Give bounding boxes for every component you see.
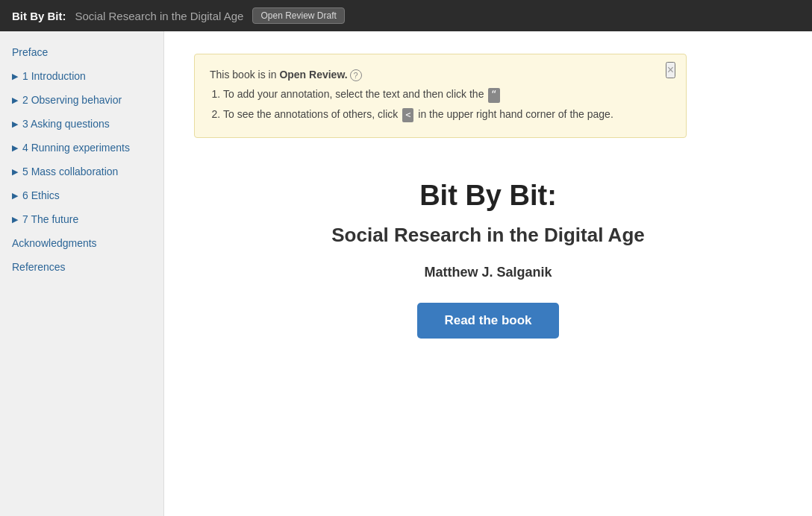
sidebar-item-label: 3 Asking questions	[22, 118, 110, 130]
sidebar-item-label: 4 Running experiments	[22, 142, 130, 154]
book-title-area: Bit By Bit: Social Research in the Digit…	[194, 165, 782, 361]
sidebar-item-label: Acknowledgments	[12, 237, 97, 249]
book-title-main: Bit By Bit:	[194, 180, 782, 212]
notice-instructions: To add your annotation, select the text …	[223, 86, 671, 122]
sidebar-item-ch4[interactable]: ▶4 Running experiments	[0, 136, 163, 160]
notice-step2-text: To see the annotations of others, click	[223, 108, 398, 120]
annotation-icon: “	[488, 88, 499, 102]
notice-step1-text: To add your annotation, select the text …	[223, 88, 484, 100]
notice-close-button[interactable]: ×	[666, 62, 675, 78]
notice-step1: To add your annotation, select the text …	[223, 86, 671, 102]
notice-open-review-bold: Open Review.	[279, 69, 347, 81]
chevron-icon: ▶	[12, 215, 18, 224]
notice-step2-rest: in the upper right hand corner of the pa…	[418, 108, 613, 120]
sidebar: Preface▶1 Introduction▶2 Observing behav…	[0, 31, 164, 516]
sidebar-item-label: 6 Ethics	[22, 189, 60, 201]
chevron-icon: ▶	[12, 191, 18, 201]
read-the-book-button[interactable]: Read the book	[417, 303, 558, 339]
open-review-button[interactable]: Open Review Draft	[252, 7, 344, 24]
chevron-icon: ▶	[12, 95, 18, 105]
topbar-title-bold: Bit By Bit:	[12, 10, 66, 22]
sidebar-item-ch1[interactable]: ▶1 Introduction	[0, 64, 163, 88]
sidebar-item-preface[interactable]: Preface	[0, 40, 163, 64]
sidebar-item-label: Preface	[12, 46, 48, 58]
main-content: × This book is in Open Review.? To add y…	[164, 31, 812, 516]
notice-step2: To see the annotations of others, click …	[223, 106, 671, 122]
sidebar-item-label: References	[12, 261, 66, 273]
notice-help-icon[interactable]: ?	[350, 69, 362, 81]
sidebar-item-label: 1 Introduction	[22, 70, 86, 82]
sidebar-item-ch3[interactable]: ▶3 Asking questions	[0, 112, 163, 136]
notice-text-line1: This book is in Open Review.?	[210, 66, 671, 83]
chevron-icon: ▶	[12, 167, 18, 177]
sidebar-item-ch2[interactable]: ▶2 Observing behavior	[0, 88, 163, 112]
book-author: Matthew J. Salganik	[194, 265, 782, 280]
notice-intro: This book is in	[210, 69, 279, 81]
sidebar-item-ch7[interactable]: ▶7 The future	[0, 207, 163, 231]
sidebar-item-label: 5 Mass collaboration	[22, 166, 118, 177]
sidebar-item-ack[interactable]: Acknowledgments	[0, 231, 163, 255]
chevron-icon: ▶	[12, 72, 18, 81]
open-review-notice: × This book is in Open Review.? To add y…	[194, 54, 687, 138]
sidebar-item-refs[interactable]: References	[0, 255, 163, 279]
sidebar-item-label: 7 The future	[22, 213, 78, 225]
topbar-title-rest: Social Research in the Digital Age	[75, 10, 244, 22]
sidebar-toggle-icon: <	[402, 108, 413, 122]
topbar: Bit By Bit: Social Research in the Digit…	[0, 0, 812, 31]
page-layout: Preface▶1 Introduction▶2 Observing behav…	[0, 31, 812, 516]
sidebar-item-ch6[interactable]: ▶6 Ethics	[0, 183, 163, 207]
book-title-subtitle: Social Research in the Digital Age	[194, 224, 782, 247]
sidebar-item-ch5[interactable]: ▶5 Mass collaboration	[0, 160, 163, 183]
sidebar-item-label: 2 Observing behavior	[22, 94, 122, 106]
chevron-icon: ▶	[12, 119, 18, 129]
chevron-icon: ▶	[12, 143, 18, 153]
